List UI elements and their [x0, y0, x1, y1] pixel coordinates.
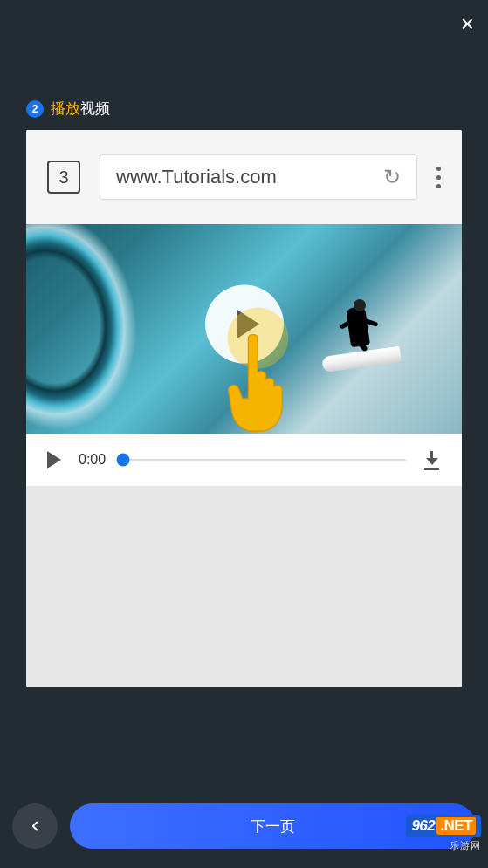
pointer-hand-icon [221, 331, 294, 434]
url-bar[interactable]: www.Tutorials.com ↻ [100, 154, 417, 200]
url-text: www.Tutorials.com [116, 166, 383, 188]
download-icon[interactable] [423, 451, 441, 468]
progress-thumb[interactable] [117, 454, 130, 467]
play-icon[interactable] [47, 451, 61, 468]
back-button[interactable] [12, 803, 58, 849]
progress-track[interactable] [123, 459, 406, 461]
step-title-highlight: 播放 [51, 100, 80, 117]
tabs-count-box[interactable]: 3 [47, 161, 80, 194]
watermark-logo: 962.NET [406, 815, 481, 837]
step-title-plain: 视频 [80, 100, 110, 117]
browser-toolbar: 3 www.Tutorials.com ↻ [26, 130, 462, 224]
chevron-left-icon [27, 818, 43, 834]
time-display: 0:00 [79, 452, 106, 468]
video-controls: 0:00 [26, 434, 462, 486]
video-thumbnail[interactable] [26, 224, 462, 434]
tutorial-card: 3 www.Tutorials.com ↻ 0:00 [26, 130, 462, 687]
watermark-suffix: .NET [436, 817, 476, 835]
close-button[interactable]: × [461, 12, 474, 35]
step-title: 播放视频 [51, 99, 110, 119]
more-vertical-icon[interactable] [436, 167, 441, 188]
watermark-subtitle: 乐游网 [406, 839, 481, 852]
watermark: 962.NET 乐游网 [406, 815, 481, 852]
watermark-num: 962 [411, 817, 435, 834]
surfer-graphic [331, 303, 383, 368]
reload-icon[interactable]: ↻ [383, 165, 401, 189]
step-header: 2 播放视频 [26, 99, 110, 119]
step-number-badge: 2 [26, 100, 44, 118]
wave-graphic [26, 224, 229, 434]
